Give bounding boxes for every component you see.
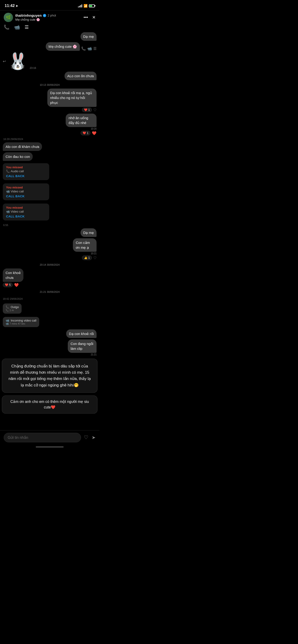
timestamp: 10:13 30/06/2024 xyxy=(3,84,97,86)
story-text-1: Chặng đường chuẩn bị làm dâu sắp tới của… xyxy=(2,359,98,393)
list-icon[interactable]: ☰ xyxy=(25,24,29,30)
missed-call-type: 📹 Video call xyxy=(6,210,46,213)
timestamp: 21:21 30/06/2024 xyxy=(3,290,97,293)
call-back-button-2[interactable]: CALL BACK xyxy=(6,215,46,218)
chat-area: Dạ mẹ Mẹ chồng cute 🌸 📞 📹 ☰ ↩ 🐰 23:16 AL… xyxy=(0,32,99,356)
call-back-button[interactable]: CALL BACK xyxy=(6,194,46,198)
timestamp: 20:14 30/06/2024 xyxy=(3,263,97,266)
message-bubble: Dạ con khoẻ rồi mẹ ạ, ngủ nhiều cho ng n… xyxy=(47,88,97,107)
message-row: Dạ con khoẻ rồi mẹ ạ, ngủ nhiều cho ng n… xyxy=(3,88,97,112)
battery-icon xyxy=(89,4,95,8)
sticker-time: 23:16 xyxy=(30,66,36,69)
heart-input-icon[interactable]: ♡ xyxy=(84,434,88,440)
video-missed-icon: 📹 xyxy=(6,190,10,193)
header-info: thaitrinhnguyen ✓ 2 phút Mẹ chồng cute 🌸 xyxy=(15,14,81,21)
message-bubble: Con đang ngồi làm clip xyxy=(68,340,97,353)
message-row: Con đang ngồi làm clip 21:21 xyxy=(3,340,97,356)
heart-icon[interactable]: ♡ xyxy=(93,256,97,260)
location-arrow-icon: ➤ xyxy=(16,4,18,8)
header-username: thaitrinhnguyen xyxy=(15,14,42,18)
message-bubble: Dạ mẹ xyxy=(81,32,97,41)
message-bubble: Mẹ chồng cute 🌸 xyxy=(46,42,80,51)
video-call-icon[interactable]: 📹 xyxy=(14,24,20,30)
header-subtitle: Mẹ chồng cute 🌸 xyxy=(15,18,81,21)
missed-video-call-2: You missed 📹 Video call CALL BACK xyxy=(3,204,49,220)
message-bubble: Còn đau ko con xyxy=(3,152,33,161)
header-call-row: 📞 📹 ☰ xyxy=(0,24,99,32)
message-time: 10:16 xyxy=(91,128,97,130)
video-reaction-icon: 📹 xyxy=(87,46,92,51)
left-timestamp: 16:39 29/06/2024 xyxy=(3,138,97,140)
sticker-row: ↩ 🐰 23:16 xyxy=(3,53,97,69)
message-row: nhớ ăn uống đầy đủ nhé 10:16 ❤️ 1 ❤️ xyxy=(3,114,97,136)
battery-fill xyxy=(90,5,92,7)
missed-call-type: 📹 Video call xyxy=(6,190,46,193)
message-bubble: Dạ con khoẻ rồi xyxy=(66,330,97,338)
message-time: 21:21 xyxy=(91,353,97,356)
missed-label: You missed xyxy=(6,166,46,169)
message-row: Mẹ chồng cute 🌸 📞 📹 ☰ xyxy=(3,42,97,51)
message-bubble: Con khoẻ chưa xyxy=(3,268,24,282)
call-log-main: 📹 Incoming video call xyxy=(6,319,37,322)
signal-icon xyxy=(78,4,82,8)
outgoing-call: 📞 Outgo 📞 1 m xyxy=(3,304,22,314)
status-time: 11:42 ➤ xyxy=(5,4,18,8)
message-input-placeholder: Gửi tin nhắn xyxy=(8,436,28,440)
outgoing-call-icon: 📞 xyxy=(6,305,9,309)
incoming-video-icon: 📹 xyxy=(6,319,9,322)
verified-badge: ✓ xyxy=(43,14,46,17)
input-actions: ♡ ➤ xyxy=(84,434,96,440)
reply-icon[interactable]: ↩ xyxy=(3,59,6,64)
message-row: Con khoẻ chưa ❤️ 5 ❤️ xyxy=(3,268,97,287)
missed-label: You missed xyxy=(6,206,46,209)
home-indicator xyxy=(36,446,64,448)
missed-call-type: 📞 Audio call xyxy=(6,170,46,173)
message-bubble: Con cảm ơn mẹ ạ xyxy=(73,238,97,252)
message-time: 10:21 xyxy=(91,252,97,255)
missed-audio-call: You missed 📞 Audio call CALL BACK xyxy=(3,163,49,180)
call-icons: 📞 📹 ☰ xyxy=(4,24,29,30)
wifi-icon: 📶 xyxy=(84,4,88,8)
message-row: ALo con ôn chưa xyxy=(3,72,97,80)
message-row: Còn đau ko con xyxy=(3,152,97,161)
message-input-wrap[interactable]: Gửi tin nhắn xyxy=(4,433,81,442)
story-text-2: Cảm ơn anh cho em có thêm một người mẹ s… xyxy=(2,396,98,414)
incoming-video-call: 📹 Incoming video call 📹 7 mins 47 sec xyxy=(3,317,39,327)
message-bubble: Alo con đi khám chưa xyxy=(3,142,42,151)
outgoing-call-row: 📞 Outgo 📞 1 m xyxy=(3,304,97,314)
missed-label: You missed xyxy=(6,186,46,189)
header-name-row: thaitrinhnguyen ✓ 2 phút xyxy=(15,14,81,18)
time-display: 11:42 xyxy=(5,4,15,8)
more-options-icon[interactable]: ••• xyxy=(84,15,88,20)
message-row: Alo con đi khám chưa xyxy=(3,142,97,151)
call-log-main: 📞 Outgo xyxy=(6,305,19,309)
message-bubble: Dạ mẹ xyxy=(81,228,97,237)
list-reaction-icon: ☰ xyxy=(93,46,97,51)
header-time: 2 phút xyxy=(48,14,56,17)
incoming-video-row: 📹 Incoming video call 📹 7 mins 47 sec xyxy=(3,317,97,327)
small-time: 6:55 xyxy=(3,224,97,226)
video-missed-icon-2: 📹 xyxy=(6,210,10,213)
message-input-row: Gửi tin nhắn ♡ ➤ xyxy=(0,430,99,445)
bottom-spacer xyxy=(0,416,99,430)
avatar[interactable]: 🌿 xyxy=(4,13,13,22)
message-row: Con cảm ơn mẹ ạ 10:21 👍 1 ♡ xyxy=(3,238,97,260)
chat-header: 🌿 thaitrinhnguyen ✓ 2 phút Mẹ chồng cute… xyxy=(0,10,99,24)
phone-missed-icon: 📞 xyxy=(6,170,10,173)
status-bar: 11:42 ➤ 📶 xyxy=(0,0,99,10)
phone-icon[interactable]: 📞 xyxy=(4,24,10,30)
send-icon[interactable]: ➤ xyxy=(92,435,96,440)
missed-video-call-1: You missed 📹 Video call CALL BACK xyxy=(3,183,49,200)
message-row: Dạ mẹ xyxy=(3,32,97,41)
home-bar xyxy=(0,445,99,448)
message-bubble: ALo con ôn chưa xyxy=(65,72,97,80)
call-back-button[interactable]: CALL BACK xyxy=(6,174,46,178)
message-row: Dạ mẹ xyxy=(3,228,97,237)
header-actions: ••• ✕ xyxy=(84,15,96,20)
close-icon[interactable]: ✕ xyxy=(92,15,96,20)
message-bubble: nhớ ăn uống đầy đủ nhé xyxy=(66,114,97,127)
heart-icon[interactable]: ♡ xyxy=(93,108,97,112)
phone-reaction-icon: 📞 xyxy=(81,46,86,51)
bunny-sticker: 🐰 xyxy=(8,53,28,69)
status-icons: 📶 xyxy=(78,4,95,8)
